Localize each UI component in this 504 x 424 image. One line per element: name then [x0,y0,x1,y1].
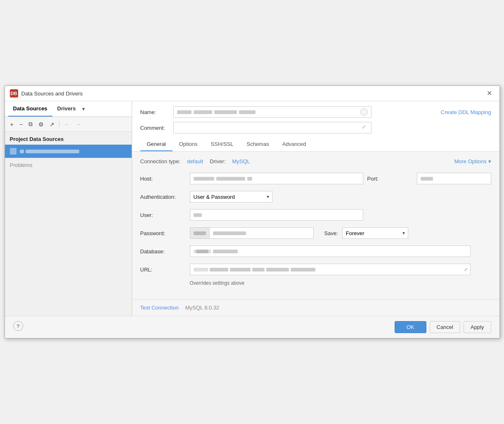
host-row: Host: Port: [140,173,491,184]
title-bar: DB Data Sources and Drivers ✕ [5,86,499,101]
settings-datasource-button[interactable]: ⚙ [36,120,46,129]
data-sources-window: DB Data Sources and Drivers ✕ Data Sourc… [5,86,500,338]
sidebar: Data Sources Drivers ▾ + − ⧉ ⚙ ↗ ← → Pro… [5,101,132,316]
name-label: Name: [140,109,169,115]
main-body: Data Sources Drivers ▾ + − ⧉ ⚙ ↗ ← → Pro… [5,101,499,316]
port-section: Port: [367,173,491,184]
database-row: Database: [140,245,491,257]
sidebar-tabs: Data Sources Drivers ▾ [5,101,132,117]
sidebar-toolbar: + − ⧉ ⚙ ↗ ← → [5,117,132,132]
tab-data-sources[interactable]: Data Sources [8,101,52,117]
datasource-icon [10,148,17,155]
content-header: Name: Create D [132,101,499,152]
window-title: Data Sources and Drivers [21,91,481,97]
close-button[interactable]: ✕ [484,89,495,98]
sidebar-item-0[interactable] [5,145,132,158]
export-datasource-button[interactable]: ↗ [47,120,57,129]
project-data-sources-title: Project Data Sources [5,132,132,145]
auth-select-wrapper: User & Password No auth LDAP Kerberos [190,191,272,202]
password-label: Password: [140,230,186,236]
name-circle-button[interactable] [360,108,368,116]
add-datasource-button[interactable]: + [8,120,16,129]
problems-section: Problems [5,158,132,172]
connection-type-label: Connection type: [140,158,181,164]
tab-general[interactable]: General [140,138,173,151]
driver-label: Driver: [210,158,225,164]
sidebar-item-label [20,150,79,153]
auth-select[interactable]: User & Password No auth LDAP Kerberos [190,191,272,202]
ok-button[interactable]: OK [395,321,426,333]
comment-label: Comment: [140,125,169,131]
apply-button[interactable]: Apply [464,321,491,333]
connection-type-row: Connection type: default Driver: MySQL M… [140,158,491,164]
url-label: URL: [140,267,186,273]
save-select[interactable]: Forever Until restart Never [342,227,408,239]
mysql-version-label: MySQL 8.0.32 [185,305,220,311]
content-tabs: General Options SSH/SSL Schemas Advanced [140,138,491,151]
password-input-wrapper[interactable] [190,227,314,239]
save-select-wrapper: Forever Until restart Never [342,227,408,239]
user-row: User: [140,209,491,221]
auth-row: Authentication: User & Password No auth … [140,191,491,202]
password-blurred-prefix [190,228,210,238]
create-ddl-link[interactable]: Create DDL Mapping [441,109,491,115]
user-blurred [194,213,202,217]
blur1 [177,110,192,114]
name-input-container [173,106,433,118]
tab-advanced[interactable]: Advanced [276,138,313,151]
app-icon: DB [10,89,18,98]
password-row: Password: Save: Forever Until rest [140,227,491,239]
host-input-wrapper[interactable] [190,173,363,184]
password-blurred-main [210,231,313,235]
tab-options[interactable]: Options [173,138,204,151]
save-label: Save: [324,230,338,236]
name-input-wrapper [173,106,371,118]
tab-schemas[interactable]: Schemas [240,138,275,151]
copy-datasource-button[interactable]: ⧉ [26,119,35,129]
spacer [26,321,391,333]
url-input-wrapper[interactable]: ⤢ [190,264,471,275]
port-input-wrapper[interactable] [417,173,491,184]
overrides-text: Overrides settings above [190,280,245,286]
user-input-wrapper[interactable] [190,209,363,221]
blur3 [214,110,237,114]
test-connection-button[interactable]: Test Connection [140,305,179,311]
database-blurred [194,250,467,253]
url-blurred [190,268,461,272]
url-expand-icon[interactable]: ⤢ [461,266,470,273]
content-area: Name: Create D [132,101,499,316]
port-label: Port: [367,176,413,182]
driver-value[interactable]: MySQL [232,158,250,164]
url-row: URL: ⤢ [140,264,491,286]
tab-drivers[interactable]: Drivers [52,101,81,117]
content-main: Connection type: default Driver: MySQL M… [132,152,499,299]
comment-input[interactable] [176,125,362,131]
more-options-button[interactable]: More Options ▾ [454,158,491,164]
content-footer: Test Connection MySQL 8.0.32 [132,299,499,316]
connection-type-value[interactable]: default [187,158,203,164]
navigate-back-button[interactable]: ← [62,120,72,129]
tab-ssh-ssl[interactable]: SSH/SSL [204,138,240,151]
name-row: Name: Create D [140,106,491,118]
tabs-dropdown-arrow[interactable]: ▾ [82,106,85,112]
help-button[interactable]: ? [13,321,23,331]
dialog-footer: ? OK Cancel Apply [5,316,499,338]
database-input-wrapper[interactable] [190,245,471,257]
cancel-button[interactable]: Cancel [430,321,460,333]
url-input-row: URL: ⤢ [140,264,491,275]
comment-row: Comment: ⤢ [140,122,491,133]
more-options-chevron-icon: ▾ [488,158,491,164]
blur4 [239,110,256,114]
blur2 [194,110,212,114]
toolbar-divider [59,121,59,128]
auth-label: Authentication: [140,194,186,200]
database-label: Database: [140,248,186,255]
host-label: Host: [140,176,186,182]
name-blurred [177,110,360,114]
user-label: User: [140,212,186,218]
port-blurred [421,177,433,181]
navigate-forward-button[interactable]: → [73,120,83,129]
host-blurred [194,177,360,181]
comment-expand-icon[interactable]: ⤢ [362,124,369,131]
remove-datasource-button[interactable]: − [17,120,25,129]
